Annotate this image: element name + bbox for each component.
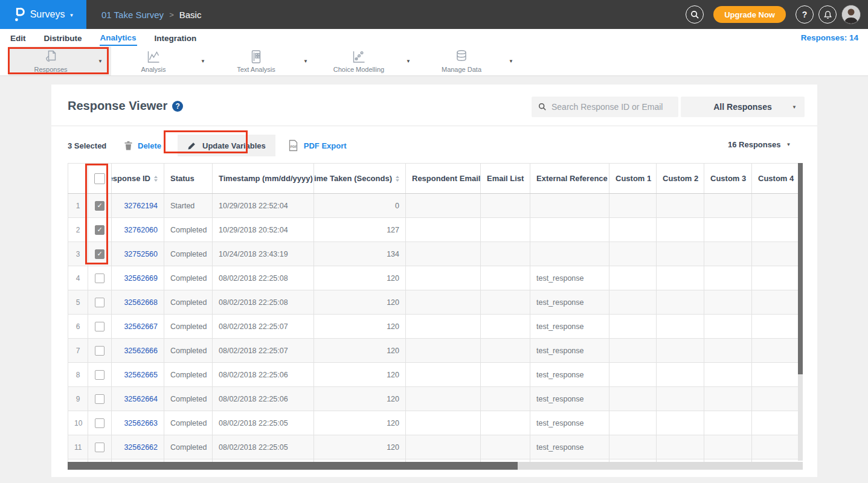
row-number: 9 [68,387,88,411]
chevron-down-icon[interactable]: ▼ [93,59,108,64]
sort-icon[interactable] [154,176,158,182]
column-header[interactable]: Timestamp (mm/dd/yyyy) [213,164,314,194]
status-cell: Completed [164,290,213,315]
breadcrumb-survey-link[interactable]: 01 Take Survey [101,10,164,20]
response-id-link[interactable]: 32562665 [124,371,158,379]
column-header: Custom 4 [752,164,799,194]
notifications-button[interactable] [818,5,837,24]
external-reference-cell: test_response [530,315,609,339]
upgrade-now-button[interactable]: Upgrade Now [713,6,786,23]
custom3-cell [704,387,752,411]
custom1-cell [609,339,657,363]
custom3-cell [704,242,752,266]
custom4-cell [752,242,799,266]
delete-button[interactable]: Delete [124,141,161,150]
custom2-cell [657,411,704,435]
horizontal-scrollbar-thumb[interactable] [68,462,518,470]
custom1-cell [609,218,657,242]
response-filter-dropdown[interactable]: All Responses ▼ [681,97,805,117]
column-header-label: Custom 3 [710,174,746,183]
response-id-link[interactable]: 32562669 [124,274,158,283]
custom4-cell [752,315,799,339]
help-button[interactable]: ? [796,5,814,24]
chevron-down-icon[interactable]: ▼ [298,59,313,64]
app-root: Surveys ▼ 01 Take Survey > Basic Upgrade… [0,0,868,483]
response-id-link[interactable]: 32562662 [124,443,158,452]
search-input[interactable] [551,102,672,112]
response-id-link[interactable]: 32562666 [124,347,158,355]
row-checkbox-checked[interactable] [95,225,104,235]
row-number: 3 [68,242,88,266]
toolbar-item-text-analysis[interactable]: Text Analysis ▼ [214,46,317,75]
row-checkbox-checked[interactable] [95,249,104,259]
response-id-link[interactable]: 32762060 [124,226,158,234]
respondent-email-cell [406,411,481,435]
row-checkbox[interactable] [95,322,104,331]
table-row: 332752560Completed10/24/2018 23:43:19134 [68,242,799,266]
table-row: 732562666Completed08/02/2018 22:25:07120… [68,339,799,363]
custom2-cell [657,290,704,315]
row-checkbox[interactable] [95,298,104,307]
row-checkbox[interactable] [95,394,104,404]
table-row: 432562669Completed08/02/2018 22:25:08120… [68,266,799,290]
row-checkbox[interactable] [95,273,104,283]
toolbar-item-manage-data[interactable]: Manage Data ▼ [419,46,522,75]
custom4-cell [752,290,799,315]
product-switcher[interactable]: Surveys ▼ [0,0,86,29]
toolbar-item-choice-modelling[interactable]: Choice Modelling ▼ [317,46,419,75]
column-header[interactable]: Response ID [112,164,164,194]
user-avatar[interactable] [841,5,861,24]
response-id-link[interactable]: 32752560 [124,250,158,258]
custom1-cell [609,266,657,290]
page-title: Response Viewer ? [68,99,183,113]
search-button[interactable] [686,5,704,24]
custom1-cell [609,315,657,339]
tab-edit[interactable]: Edit [10,31,27,45]
row-checkbox[interactable] [95,418,104,428]
respondent-email-cell [406,315,481,339]
custom1-cell [609,411,657,435]
time-taken-cell: 120 [314,339,406,363]
vertical-scrollbar-thumb[interactable] [798,163,803,374]
column-header[interactable]: Time Taken (Seconds) [314,164,406,194]
tab-analytics[interactable]: Analytics [100,30,137,46]
respondent-email-cell [406,363,481,387]
response-id-link[interactable]: 32562664 [124,395,158,403]
chevron-down-icon[interactable]: ▼ [401,59,416,64]
row-checkbox-checked[interactable] [95,201,104,211]
toolbar-item-analysis[interactable]: Analysis ▼ [111,46,214,75]
row-checkbox[interactable] [95,370,104,380]
response-id-cell: 32562667 [112,315,164,339]
update-variables-button[interactable]: Update Variables [178,135,275,156]
row-number: 1 [68,194,88,218]
title-help-icon[interactable]: ? [172,101,183,112]
sort-icon[interactable] [396,176,399,182]
row-checkbox[interactable] [95,346,104,356]
response-id-link[interactable]: 32562663 [124,419,158,427]
tab-integration[interactable]: Integration [154,31,198,45]
response-id-link[interactable]: 32762194 [124,202,158,210]
external-reference-cell: test_response [530,387,609,411]
response-id-link[interactable]: 32562668 [124,298,158,307]
pdf-export-button[interactable]: PDF PDF Export [288,139,347,152]
select-all-checkbox[interactable] [94,173,105,184]
custom4-cell [752,194,799,218]
custom3-cell [704,218,752,242]
survey-tabs: Edit Distribute Analytics Integration Re… [0,29,868,46]
responses-table: Response IDStatusTimestamp (mm/dd/yyyy)T… [68,163,798,462]
row-checkbox-cell [88,363,112,387]
tab-distribute[interactable]: Distribute [43,31,83,45]
chevron-down-icon: ▼ [786,142,791,147]
external-reference-cell: test_response [530,435,609,459]
row-checkbox-cell [88,266,112,290]
chevron-down-icon[interactable]: ▼ [504,59,518,64]
question-mark-icon: ? [802,10,808,19]
responses-icon [43,49,59,65]
table-row: 532562668Completed08/02/2018 22:25:08120… [68,290,799,315]
response-id-link[interactable]: 32562667 [124,322,158,331]
chevron-down-icon: ▼ [69,13,74,18]
toolbar-item-responses[interactable]: Responses ▼ [8,46,111,75]
responses-per-page-dropdown[interactable]: 16 Responses ▼ [728,140,791,149]
row-checkbox[interactable] [95,443,104,452]
chevron-down-icon[interactable]: ▼ [196,59,210,64]
